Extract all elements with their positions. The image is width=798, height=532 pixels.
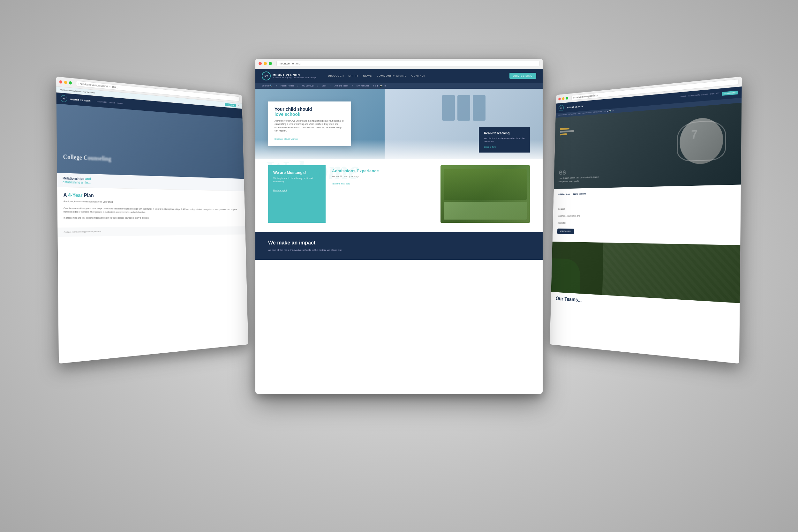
center-subnav-sep5: / — [352, 84, 353, 87]
notif-text: The Mount Vernon School – Find Your Plac… — [60, 89, 95, 94]
center-nav-items: DISCOVER SPIRIT NEWS COMMUNITY GIVING CO… — [328, 74, 426, 77]
center-nav-contact[interactable]: CONTACT — [412, 74, 426, 77]
left-url-text: The Mount Vernon School — Bla... — [78, 82, 118, 89]
right-url-text: mountvernon.org/athletics — [573, 94, 598, 99]
center-nav-community[interactable]: COMMUNITY GIVING — [376, 74, 407, 77]
center-mustangs-heading: We are Mustangs! — [273, 170, 321, 175]
twitter-icon[interactable]: t — [375, 84, 376, 87]
minimize-dot[interactable] — [64, 80, 68, 84]
right-subnav-lookup[interactable]: MV LookUp — [569, 113, 576, 116]
athletics-news-link[interactable]: Athletics News — [558, 193, 570, 195]
center-real-life-heading: Real-life learning — [484, 132, 525, 135]
center-hero-heading: Your child should love school! — [274, 107, 345, 117]
center-subnav-parent[interactable]: Parent Portal — [281, 84, 294, 87]
center-logo: MV MOUNT VERNON A School of Inquiry, Lea… — [262, 72, 317, 80]
right-subnav-join[interactable]: Join the Team — [583, 111, 592, 114]
center-subnav-join[interactable]: Join the Team — [334, 84, 348, 87]
right-subnav-ventures[interactable]: MV Ventures — [593, 110, 602, 113]
center-hero-card: Your child should love school! At Mount … — [268, 101, 351, 146]
left-nav-spirit[interactable]: SPIRIT — [109, 101, 115, 104]
student-figure-3 — [473, 95, 486, 121]
left-plan-body2: In grades nine and ten, students meet wi… — [63, 216, 240, 220]
close-dot[interactable] — [59, 80, 62, 83]
sports-medicine-link[interactable]: Sports Medicine — [573, 192, 586, 195]
right-twitter-icon[interactable]: t — [606, 110, 606, 112]
right-instagram-icon[interactable]: 📷 — [609, 110, 611, 112]
center-real-life-body: We blur the lines between school and the… — [484, 137, 525, 143]
facebook-icon[interactable]: f — [373, 84, 374, 87]
right-maximize-dot[interactable] — [566, 96, 569, 99]
left-plan-heading: A 4-Year Plan — [63, 192, 240, 201]
center-feel-spirit-button[interactable]: Feel our spirit — [273, 189, 287, 192]
scene: The Mount Vernon School — Bla... The Mou… — [48, 43, 750, 490]
center-subnav-lookup[interactable]: MV LookUp — [302, 84, 314, 87]
left-nav-news[interactable]: NEWS — [117, 102, 123, 104]
center-minimize-dot[interactable] — [264, 62, 267, 65]
right-pool-body1: the pool, — [558, 206, 735, 211]
maximize-dot[interactable] — [69, 81, 72, 84]
scores-button[interactable]: AND SCORES — [557, 228, 574, 234]
right-admissions-button[interactable]: ADMISSIONS — [722, 90, 738, 95]
center-impact-heading: We make an impact — [268, 240, 530, 246]
left-logo-initials: MV — [63, 98, 65, 99]
center-url-text: mountvernon.org — [279, 62, 300, 65]
right-nav-community[interactable]: COMMUNITY GIVING — [688, 93, 708, 99]
browser-right: mountvernon.org/athletics MV MOUNT VERNO… — [550, 76, 742, 363]
left-footer-text: A unique, individualized approach for yo… — [64, 229, 241, 233]
center-impact-section: We make an impact As one of the most inn… — [255, 232, 543, 260]
right-nav-items: NEWS COMMUNITY GIVING CONTACT ADMISSIONS — [681, 90, 738, 99]
linkedin-icon[interactable]: in — [384, 84, 385, 87]
student-figure-1 — [442, 95, 455, 121]
center-maximize-dot[interactable] — [269, 62, 272, 65]
helmet-shape: 7 — [673, 110, 732, 180]
instagram-icon[interactable]: 📷 — [380, 84, 383, 87]
right-youtube-icon[interactable]: ▶ — [607, 110, 608, 112]
youtube-icon[interactable]: ▶ — [377, 84, 379, 87]
right-athletics-links: Athletics News Sports Medicine — [558, 190, 735, 195]
center-real-life-card: Real-life learning We blur the lines bet… — [479, 127, 530, 153]
right-linkedin-icon[interactable]: in — [612, 110, 614, 112]
right-subnav-visit[interactable]: Visit — [578, 112, 581, 115]
center-close-dot[interactable] — [259, 62, 262, 65]
center-url-bar[interactable]: mountvernon.org — [277, 61, 539, 66]
right-subnav-parent[interactable]: Parent Portal — [558, 113, 567, 116]
center-subnav-visit[interactable]: Visit — [322, 84, 326, 87]
learn-more-button[interactable]: Learn More — [225, 103, 236, 107]
left-nav-items: DISCOVER SPIRIT NEWS — [97, 100, 123, 105]
center-group-photo — [440, 165, 530, 223]
right-pool-section: the pool, teamwork, leadership, and char… — [553, 201, 741, 245]
left-nav-discover[interactable]: DISCOVER — [97, 100, 107, 103]
center-nav-discover[interactable]: DISCOVER — [328, 74, 344, 77]
center-admissions-exp: Admissions Experience We want to hear yo… — [332, 165, 434, 223]
center-admissions-link[interactable]: Take the next step — [332, 183, 350, 185]
center-subnav-search[interactable]: Search 🔍 — [262, 84, 272, 87]
center-nav-spirit[interactable]: SPIRIT — [348, 74, 359, 77]
center-admissions-button[interactable]: ADMISSIONS — [510, 73, 536, 79]
center-admissions-heading: Admissions Experience — [332, 169, 434, 173]
center-subnav-ventures[interactable]: MV Ventures — [357, 84, 369, 87]
left-plan-subtitle: A unique, individualized approach for yo… — [63, 200, 240, 205]
center-subnav-sep: / — [276, 84, 277, 87]
center-hero: Your child should love school! At Mount … — [255, 89, 543, 159]
center-explore-button[interactable]: Explore how — [484, 146, 525, 148]
right-nav-contact[interactable]: CONTACT — [710, 92, 720, 97]
close-notification-icon[interactable]: ✕ — [238, 104, 240, 107]
right-minimize-dot[interactable] — [562, 97, 565, 99]
left-table-section: A unique, individualized approach for yo… — [57, 226, 245, 236]
right-hero: 7 es ...an through Grade 12 a variety of… — [554, 102, 741, 189]
center-logo-text: MOUNT VERNON — [272, 73, 317, 77]
center-nav-news[interactable]: NEWS — [363, 74, 372, 77]
center-social-icons: f t ▶ 📷 in — [373, 84, 385, 87]
right-hero-title: es — [558, 166, 607, 176]
center-subnav-sep3: / — [317, 84, 318, 87]
right-logo-initials: MV — [560, 107, 562, 109]
left-logo-circle: MV — [61, 95, 68, 102]
helmet-cage — [677, 119, 726, 162]
center-hero-heading-accent: love school! — [274, 112, 301, 117]
right-close-dot[interactable] — [558, 97, 560, 100]
center-hero-link[interactable]: Discover Mount Vernon → — [274, 138, 301, 140]
center-mustangs-card: We are Mustangs! We inspire each other t… — [268, 165, 326, 223]
right-facebook-icon[interactable]: f — [604, 110, 605, 113]
right-nav-news[interactable]: NEWS — [681, 95, 686, 99]
left-plan-body1: Over the course of four years, our Colle… — [63, 207, 240, 214]
